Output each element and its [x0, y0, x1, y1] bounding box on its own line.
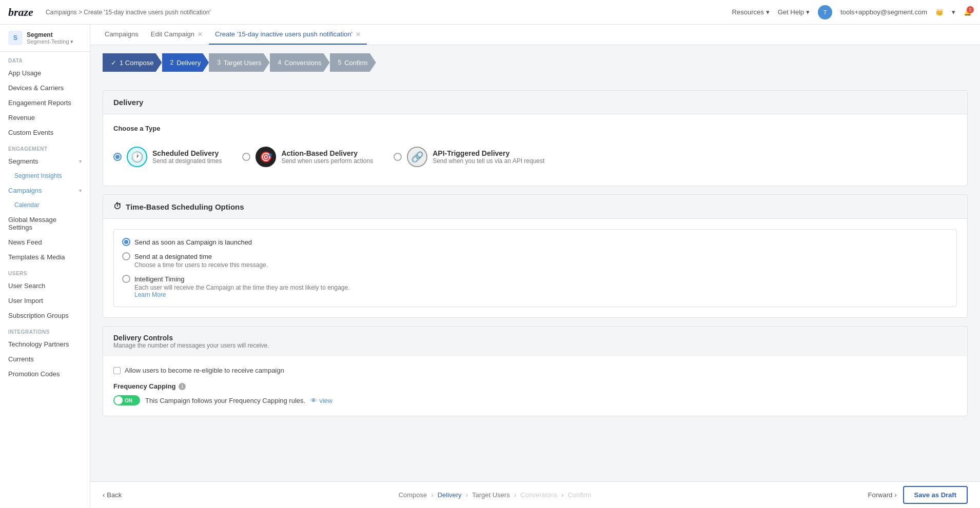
designated-radio[interactable]	[122, 252, 130, 260]
forward-button[interactable]: Forward ›	[868, 491, 897, 499]
action-radio[interactable]	[242, 153, 250, 161]
tab-edit-campaign-close-icon[interactable]: ✕	[198, 31, 203, 38]
bottom-bar: ‹ Back Compose › Delivery › Target Users…	[90, 481, 980, 508]
sidebar-item-segment-insights[interactable]: Segment Insights	[0, 169, 90, 183]
asap-label[interactable]: Send as soon as Campaign is launched	[122, 238, 948, 246]
forward-label: Forward	[868, 491, 893, 499]
wizard-step-confirm[interactable]: 5 Confirm	[330, 53, 376, 72]
freq-cap-section: Frequency Capping i ON This Campaign fol…	[113, 382, 957, 405]
scheduling-options: Send as soon as Campaign is launched Sen…	[113, 229, 957, 307]
re-eligible-row: Allow users to become re-eligible to rec…	[113, 367, 957, 374]
intelligent-text: Intelligent Timing	[134, 275, 185, 283]
help-menu[interactable]: Get Help ▾	[778, 8, 810, 16]
intelligent-desc: Each user will receive the Campaign at t…	[122, 284, 948, 298]
header-left: braze Campaigns > Create '15-day inactiv…	[8, 6, 211, 19]
schedule-option-intelligent: Intelligent Timing Each user will receiv…	[122, 275, 948, 298]
sidebar-item-promotion-codes[interactable]: Promotion Codes	[0, 367, 90, 381]
main-content: Delivery Choose a Type 🕐 Sched	[90, 80, 980, 481]
sidebar-item-app-usage[interactable]: App Usage	[0, 66, 90, 80]
scheduled-title: Scheduled Delivery	[152, 149, 222, 157]
schedule-option-asap: Send as soon as Campaign is launched	[122, 238, 948, 246]
sidebar-item-engagement-reports[interactable]: Engagement Reports	[0, 95, 90, 110]
resources-chevron-icon: ▾	[766, 8, 770, 16]
avatar[interactable]: T	[818, 5, 832, 19]
scheduled-info: Scheduled Delivery Send at designated ti…	[152, 149, 222, 165]
delivery-card: Delivery Choose a Type 🕐 Sched	[103, 90, 968, 186]
freq-cap-info-icon[interactable]: i	[179, 383, 186, 390]
sidebar-item-news-feed[interactable]: News Feed	[0, 235, 90, 250]
delivery-type-action[interactable]: 🎯 Action-Based Delivery Send when users …	[242, 147, 373, 167]
sidebar-item-currents[interactable]: Currents	[0, 352, 90, 367]
sidebar-item-devices-carriers[interactable]: Devices & Carriers	[0, 80, 90, 95]
sidebar-item-segments[interactable]: Segments ▾	[0, 154, 90, 169]
sidebar-item-calendar[interactable]: Calendar	[0, 198, 90, 212]
back-button[interactable]: ‹ Back	[103, 491, 122, 499]
wizard-step-delivery[interactable]: 2 Delivery	[162, 53, 209, 72]
bottom-nav-arrow1: ›	[431, 491, 433, 499]
delivery-types: 🕐 Scheduled Delivery Send at designated …	[113, 138, 957, 175]
sidebar-item-custom-events[interactable]: Custom Events	[0, 125, 90, 140]
step-conversions-num: 4	[278, 59, 282, 66]
eye-icon: 👁	[310, 397, 317, 404]
asap-text: Send as soon as Campaign is launched	[134, 238, 252, 246]
api-delivery-icon: 🔗	[407, 147, 427, 167]
re-eligible-checkbox[interactable]	[113, 367, 121, 374]
learn-more-link[interactable]: Learn More	[134, 291, 948, 298]
delivery-type-scheduled[interactable]: 🕐 Scheduled Delivery Send at designated …	[113, 147, 222, 167]
sidebar-item-user-import[interactable]: User Import	[0, 293, 90, 308]
action-desc: Send when users perform actions	[281, 157, 373, 165]
sidebar-item-campaigns[interactable]: Campaigns ▾	[0, 183, 90, 198]
campaigns-chevron-icon: ▾	[79, 188, 82, 193]
content-area: Campaigns Edit Campaign ✕ Create '15-day…	[90, 25, 980, 508]
header-breadcrumb: Campaigns > Create '15-day inactive user…	[46, 9, 211, 16]
api-info: API-Triggered Delivery Send when you tel…	[433, 149, 544, 165]
integrations-section-label: INTEGRATIONS	[0, 323, 90, 337]
controls-body: Allow users to become re-eligible to rec…	[103, 356, 967, 416]
wizard-step-compose[interactable]: ✓ 1 Compose	[103, 53, 162, 72]
api-radio[interactable]	[394, 153, 402, 161]
back-label: Back	[107, 491, 122, 499]
sidebar-item-revenue[interactable]: Revenue	[0, 110, 90, 125]
resources-menu[interactable]: Resources ▾	[732, 8, 770, 16]
delivery-title: Delivery	[113, 98, 957, 107]
tab-campaigns[interactable]: Campaigns	[99, 25, 145, 45]
tab-create-campaign[interactable]: Create '15-day inactive users push notif…	[209, 25, 367, 45]
user-chevron-icon[interactable]: ▾	[952, 8, 955, 16]
clock-icon: ⏱	[113, 202, 122, 211]
delivery-type-api[interactable]: 🔗 API-Triggered Delivery Send when you t…	[394, 147, 544, 167]
controls-desc: Manage the number of messages your users…	[113, 342, 957, 349]
resources-label: Resources	[732, 8, 764, 16]
notification-bell[interactable]: 🔔 2	[964, 8, 972, 16]
sidebar-item-global-message-settings[interactable]: Global Message Settings	[0, 212, 90, 235]
bottom-nav-arrow3: ›	[514, 491, 516, 499]
tab-edit-campaign[interactable]: Edit Campaign ✕	[145, 25, 209, 45]
designated-label[interactable]: Send at a designated time	[122, 252, 948, 260]
sidebar-item-templates-media[interactable]: Templates & Media	[0, 250, 90, 265]
main-layout: S Segment Segment-Testing ▾ DATA App Usa…	[0, 25, 980, 508]
wizard-step-target-users[interactable]: 3 Target Users	[209, 53, 269, 72]
step-conversions-label: Conversions	[284, 59, 321, 67]
save-draft-button[interactable]: Save as Draft	[903, 486, 968, 504]
sidebar-item-user-search[interactable]: User Search	[0, 278, 90, 293]
api-title: API-Triggered Delivery	[433, 149, 544, 157]
wizard-step-conversions[interactable]: 4 Conversions	[270, 53, 330, 72]
sidebar-item-subscription-groups[interactable]: Subscription Groups	[0, 308, 90, 323]
toggle-knob	[114, 396, 123, 404]
org-sub-chevron-icon: ▾	[70, 38, 73, 45]
step-delivery-num: 2	[170, 59, 174, 66]
help-chevron-icon: ▾	[806, 8, 810, 16]
intelligent-label[interactable]: Intelligent Timing	[122, 275, 948, 283]
freq-cap-toggle[interactable]: ON	[113, 395, 140, 405]
freq-cap-view-link[interactable]: 👁 view	[310, 397, 332, 404]
delivery-body: Choose a Type 🕐 Scheduled Delivery Send …	[103, 114, 967, 186]
tab-create-campaign-label: Create '15-day inactive users push notif…	[215, 30, 352, 38]
scheduled-radio[interactable]	[113, 153, 122, 161]
asap-radio[interactable]	[122, 238, 130, 246]
org-section[interactable]: S Segment Segment-Testing ▾	[0, 25, 90, 52]
step-compose-label: Compose	[125, 59, 154, 67]
sidebar-item-technology-partners[interactable]: Technology Partners	[0, 337, 90, 352]
scheduling-body: Send as soon as Campaign is launched Sen…	[103, 219, 967, 317]
tab-create-campaign-close-icon[interactable]: ✕	[356, 31, 361, 38]
intelligent-radio[interactable]	[122, 275, 130, 283]
org-name: Segment	[27, 31, 73, 38]
